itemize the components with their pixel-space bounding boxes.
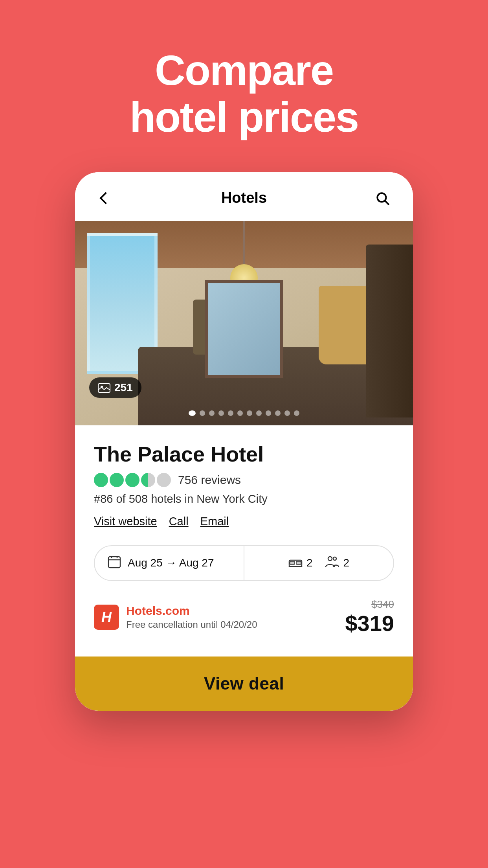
screen-title: Hotels [221,189,267,206]
dot-4[interactable] [218,410,224,416]
email-link[interactable]: Email [200,515,229,528]
reviews-count: 756 reviews [178,473,241,487]
guests-picker[interactable]: 2 2 [244,546,393,580]
provider-details: Hotels.com Free cancellation until 04/20… [126,604,257,630]
svg-line-1 [385,201,389,204]
bed-icon [288,556,303,570]
hotel-info: The Palace Hotel 756 reviews #86 of 508 … [75,425,413,657]
dot-2[interactable] [200,410,205,416]
dot-3[interactable] [209,410,215,416]
view-deal-button[interactable]: View deal [75,657,413,711]
rooms-count: 2 [306,557,313,569]
stars [94,473,171,487]
hero-title: Compare hotel prices [130,47,358,141]
back-chevron-icon [99,192,112,204]
provider-info: H Hotels.com Free cancellation until 04/… [94,604,257,630]
svg-rect-9 [290,561,295,565]
svg-point-14 [333,557,336,560]
dot-9[interactable] [266,410,271,416]
hero-title-line2: hotel prices [130,93,358,141]
current-price: $319 [345,611,394,636]
wardrobe-furniture [366,245,413,417]
ranking-text: #86 of 508 hotels in New York City [94,493,394,506]
star-5-empty [157,473,171,487]
cancellation-policy: Free cancellation until 04/20/20 [126,619,257,630]
svg-rect-10 [296,561,301,565]
deal-row: H Hotels.com Free cancellation until 04/… [94,598,394,636]
provider-name: Hotels.com [126,604,257,618]
photo-count-badge: 251 [89,377,141,398]
hero-title-line1: Compare [155,46,333,94]
dot-10[interactable] [275,410,281,416]
provider-logo-letter: H [101,609,112,625]
original-price: $340 [371,598,394,611]
image-dots [75,410,413,416]
price-info: $340 $319 [345,598,394,636]
dot-6[interactable] [237,410,243,416]
guests-count: 2 [343,557,350,569]
photo-icon [98,383,110,393]
light-cord [243,221,245,268]
dot-7[interactable] [247,410,252,416]
search-button[interactable] [371,186,394,210]
star-4-half [141,473,155,487]
star-3 [125,473,139,487]
visit-website-link[interactable]: Visit website [94,515,157,528]
date-guests-selector[interactable]: Aug 25 → Aug 27 2 [94,545,394,581]
dot-12[interactable] [294,410,299,416]
call-link[interactable]: Call [169,515,189,528]
dot-8[interactable] [256,410,262,416]
dot-11[interactable] [284,410,290,416]
date-picker[interactable]: Aug 25 → Aug 27 [95,546,244,580]
star-1 [94,473,108,487]
date-range: Aug 25 → Aug 27 [128,557,214,569]
dot-5[interactable] [228,410,233,416]
search-icon [375,191,390,206]
dot-1[interactable] [189,410,196,416]
hotel-image: 251 [75,221,413,425]
svg-rect-4 [108,557,120,568]
hotels-logo: H [94,605,119,630]
phone-card: Hotels [75,172,413,711]
rooms-group: 2 [288,556,313,570]
back-button[interactable] [94,186,117,210]
rating-row: 756 reviews [94,473,394,487]
links-row: Visit website Call Email [94,515,394,528]
guests-group: 2 [325,556,350,570]
mirror [205,280,283,378]
people-icon [325,556,339,570]
svg-point-13 [328,557,332,561]
calendar-icon [107,555,121,572]
phone-header: Hotels [75,172,413,221]
chair-furniture [319,286,374,364]
hotel-name: The Palace Hotel [94,443,394,466]
star-2 [110,473,124,487]
photo-count-text: 251 [114,381,133,394]
